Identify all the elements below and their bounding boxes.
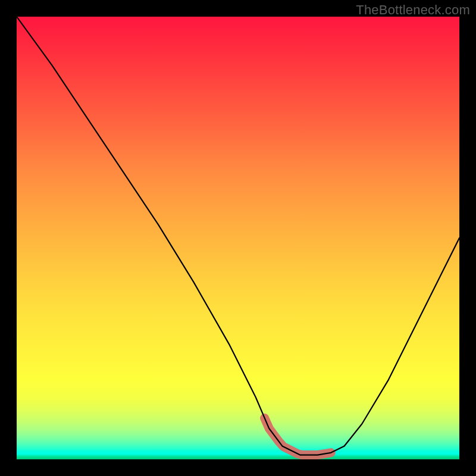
- plot-area: [17, 17, 459, 459]
- bottleneck-curve-line: [17, 17, 459, 455]
- chart-frame: TheBottleneck.com: [0, 0, 476, 476]
- curve-svg: [17, 17, 459, 459]
- watermark-text: TheBottleneck.com: [356, 2, 470, 18]
